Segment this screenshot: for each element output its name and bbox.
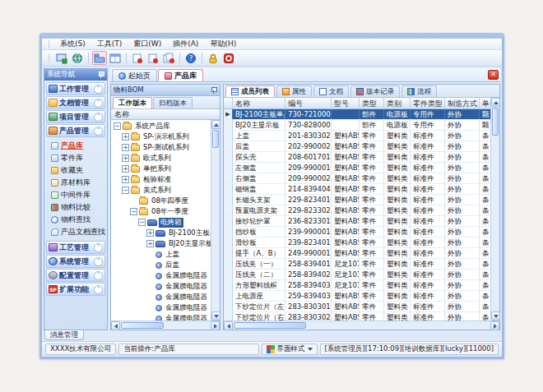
bom-version-tab[interactable]: 归档版本 — [153, 97, 193, 108]
table-horizontal-scrollbar[interactable] — [224, 321, 499, 330]
close-all-icon[interactable] — [161, 51, 176, 65]
table-row[interactable]: 下纱定位片（左）283-830301-00X塑料ABS零件塑料类标准件外协条 — [224, 302, 490, 312]
table-row[interactable]: BJ20主显示板730-828000-04X部件电源板专用件外协颗 — [224, 120, 490, 131]
ui-style-dropdown[interactable]: 界面样式 — [262, 344, 318, 355]
table-row[interactable]: 左侧盖209-990001-01X塑料ABS零件塑料类标准件外协条 — [224, 163, 490, 173]
tree-node[interactable]: −美式系列 — [111, 185, 211, 196]
sidebar-group[interactable]: SP扩展功能˅ — [46, 283, 105, 296]
sidebar-group[interactable]: 配置管理˅ — [46, 269, 105, 282]
close-doc-icon[interactable] — [130, 51, 145, 65]
menu-item[interactable]: 窗口(W) — [128, 38, 166, 50]
menu-item[interactable]: 插件(A) — [168, 38, 203, 50]
column-header[interactable]: 类别 — [384, 98, 411, 108]
sidebar-group[interactable]: 产品管理˄ — [46, 124, 105, 137]
table-row[interactable]: 滑纱板239-823401-00X塑料ABS零件塑料类标准件外协条 — [224, 238, 490, 248]
tree-column-header[interactable]: 名称 — [111, 109, 220, 120]
menu-item[interactable]: 工具(T) — [92, 38, 128, 50]
expand-icon[interactable]: + — [146, 240, 154, 247]
column-header[interactable]: 零件类型 — [411, 98, 445, 108]
document-tab[interactable]: 起始页 — [112, 69, 157, 81]
members-tab[interactable]: 文档 — [313, 85, 349, 97]
tree-node[interactable]: 金属膜电阻器 — [111, 302, 211, 313]
members-tab[interactable]: 属性 — [276, 85, 312, 97]
table-row[interactable]: 上电源座259-839403-00X塑料ABS零件塑料类标准件外协条 — [224, 291, 490, 302]
tree-node[interactable]: +SP-演示机系列 — [111, 131, 211, 142]
column-header[interactable]: 类型 — [360, 98, 384, 108]
sidebar-item[interactable]: 产品库 — [49, 140, 105, 152]
expand-icon[interactable]: + — [122, 144, 129, 151]
collapse-icon[interactable]: − — [138, 219, 146, 226]
tree-node[interactable]: +SP-测试机系列 — [111, 142, 211, 153]
chevron-down-icon[interactable]: ˅ — [94, 257, 103, 266]
chevron-down-icon[interactable]: ˅ — [94, 99, 103, 108]
table-row[interactable]: 方形塑料线框258-839403-00X尼龙1010零件塑料类标准件外协条 — [224, 280, 490, 291]
sidebar-group[interactable]: 文档管理˅ — [46, 96, 105, 109]
tree-node[interactable]: −系统产品库 — [111, 121, 211, 131]
tree-horizontal-scrollbar[interactable] — [111, 321, 220, 330]
table-row[interactable]: 磁钢盖214-839404-01X塑料ABS零件塑料类标准件外协条 — [224, 184, 490, 195]
sidebar-item[interactable]: 零件库 — [49, 152, 105, 164]
collapse-icon[interactable]: − — [114, 122, 121, 130]
pin-icon[interactable] — [211, 87, 217, 94]
tree-node[interactable]: +BJ20主显示板 — [111, 238, 211, 249]
close-icon[interactable]: ✕ — [488, 70, 499, 80]
table-row[interactable]: 上盖201-830302-00X塑料ABS零件塑料类标准件外协条 — [224, 131, 490, 141]
sidebar-item[interactable]: 物料比较 — [49, 201, 105, 214]
table-row[interactable]: 接纱轮护罩236-823301-00X塑料ABS零件塑料类标准件外协条 — [224, 216, 490, 227]
table-row[interactable]: 挡纱板239-990001-01X塑料ABS零件塑料类标准件外协条 — [224, 227, 490, 238]
exit-icon[interactable] — [221, 51, 236, 65]
column-header[interactable]: 单位 — [480, 98, 490, 108]
members-tab[interactable]: 版本记录 — [350, 85, 400, 97]
table-row[interactable]: 下纱定位片（右）283-830302-00X塑料ABS零件塑料类标准件外协条 — [224, 312, 490, 321]
table-row[interactable]: 提手（A、B）249-990001-01X塑料ABS零件塑料类标准件外协条 — [224, 248, 490, 259]
sidebar-item[interactable]: 原材料库 — [49, 177, 105, 189]
chevron-down-icon[interactable]: ˅ — [94, 113, 103, 122]
table-row[interactable]: 长磁头支架229-823401-00X塑料ABS零件塑料类标准件外协条 — [224, 195, 490, 205]
table-row[interactable]: 右侧盖209-990002-01X塑料ABS零件塑料类标准件外协条 — [224, 173, 490, 184]
tree-node[interactable]: 金属膜电阻器 — [111, 270, 211, 281]
chevron-down-icon[interactable]: ˅ — [94, 243, 103, 252]
table-row[interactable]: 后盖202-990002-01X塑料ABS零件塑料类标准件外协条 — [224, 141, 490, 152]
tree-node[interactable]: +检验标准 — [111, 174, 211, 185]
pin-icon[interactable] — [98, 71, 104, 78]
sidebar-item[interactable]: 物料查找 — [49, 214, 105, 226]
table-row[interactable]: 预置电源支架229-823302-00X塑料ABS零件塑料类标准件外协条 — [224, 205, 490, 216]
sidebar-item[interactable]: 收藏夹 — [49, 164, 105, 177]
bom-version-tab[interactable]: 工作版本 — [113, 97, 152, 108]
table-row[interactable]: ▶BJ-2100主板单点730-721000-12X部件电源板专用件外协颗 — [224, 109, 490, 120]
expand-icon[interactable]: + — [122, 165, 129, 173]
chevron-down-icon[interactable]: ˅ — [94, 271, 103, 280]
chevron-down-icon[interactable]: ˅ — [94, 285, 103, 294]
sidebar-item[interactable]: 中间件库 — [49, 189, 105, 201]
document-tab[interactable]: 产品库 — [158, 69, 203, 81]
expand-icon[interactable]: + — [146, 229, 154, 237]
sidebar-group[interactable]: 项目管理˅ — [46, 110, 105, 123]
tree-node[interactable]: 金属膜电阻器 — [111, 281, 211, 292]
column-header[interactable]: 制造方式 — [445, 98, 480, 108]
sidebar-group[interactable]: 工作管理˅ — [46, 82, 105, 95]
tree-node[interactable]: +BJ-2100主板单点 — [111, 228, 211, 238]
window-grid-icon[interactable] — [108, 51, 123, 65]
tree-node[interactable]: −08年一季度 — [111, 206, 211, 217]
tree-node[interactable]: 后盖 — [111, 260, 211, 270]
lock-icon[interactable] — [206, 51, 220, 65]
collapse-icon[interactable]: − — [122, 187, 129, 194]
sidebar-group[interactable]: 工艺管理˅ — [46, 241, 105, 254]
expand-icon[interactable]: + — [122, 154, 129, 162]
tree-node[interactable]: +单把系列 — [111, 164, 211, 174]
table-row[interactable]: 压线夹（二）258-839402-00X尼龙1010零件塑料类标准件外协条 — [224, 270, 490, 280]
client-icon[interactable] — [54, 51, 69, 65]
column-header[interactable]: 型号 — [332, 98, 360, 108]
open-folder-icon[interactable] — [92, 51, 107, 65]
tree-vertical-scrollbar[interactable] — [211, 120, 220, 321]
table-row[interactable]: 压线夹（一）258-839401-00X尼龙1010零件塑料类标准件外协条 — [224, 259, 490, 270]
sidebar-item[interactable]: 产品文档查找 — [49, 226, 105, 238]
tree-node[interactable]: +欧式系列 — [111, 153, 211, 164]
chevron-up-icon[interactable]: ˄ — [94, 127, 103, 136]
members-tab[interactable]: 成员列表 — [225, 85, 275, 97]
table-row[interactable]: 探头壳208-601701-01X塑料ABS零件塑料类标准件外协条 — [224, 152, 490, 163]
column-header[interactable]: 编号 — [285, 98, 332, 108]
menu-item[interactable]: 系统(S) — [55, 38, 90, 50]
menu-item[interactable]: 帮助(H) — [205, 38, 241, 50]
message-manager-tab[interactable]: 消息管理 — [44, 330, 84, 340]
